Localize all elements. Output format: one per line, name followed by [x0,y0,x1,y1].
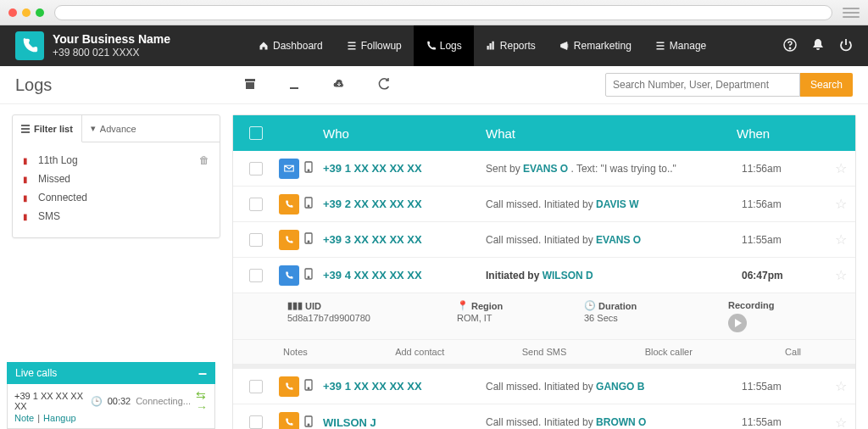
user-link[interactable]: DAVIS W [596,198,638,210]
file-icon: ▮ [23,193,35,203]
logs-table: Who What When +39 1 XX XX XX XX Sent by … [232,114,856,429]
action-add-contact[interactable]: Add contact [358,340,482,364]
nav-remarketing[interactable]: Remarketing [548,25,643,66]
detail-actions: Notes Add contact Send SMS Block caller … [233,339,855,364]
search-button[interactable]: Search [800,73,853,97]
phone-number[interactable]: WILSON J [323,416,486,429]
hamburger-icon[interactable] [843,4,860,21]
mobile-icon [304,268,313,282]
tab-filter-list[interactable]: Filter list [13,115,82,142]
star-icon[interactable]: ☆ [826,415,855,430]
table-row[interactable]: +39 4 XX XX XX XX Initiated by WILSON D … [233,258,855,293]
star-icon[interactable]: ☆ [826,160,855,176]
phone-number[interactable]: +39 2 XX XX XX XX [323,198,486,210]
star-icon[interactable]: ☆ [826,196,855,212]
action-send-sms[interactable]: Send SMS [482,340,607,364]
download-icon[interactable] [288,78,300,92]
window-controls [8,8,44,17]
row-what: Call missed. Initiated by DAVIS W [486,198,742,210]
archive-icon[interactable] [244,78,256,92]
url-bar[interactable] [54,5,832,20]
svg-rect-1 [489,43,491,50]
table-row[interactable]: +39 3 XX XX XX XX Call missed. Initiated… [233,222,855,258]
search-input[interactable] [605,73,800,97]
phone-number[interactable]: +39 1 XX XX XX XX [323,162,486,175]
action-block-caller[interactable]: Block caller [606,340,731,364]
svg-point-21 [308,424,309,426]
row-what: Initiated by WILSON D [486,270,742,281]
phone-number[interactable]: +39 4 XX XX XX XX [323,269,486,281]
power-icon[interactable] [839,38,853,54]
live-note-link[interactable]: Note [14,413,34,423]
phone-number[interactable]: +39 1 XX XX XX XX [323,380,486,393]
uid-label: UID [305,301,321,311]
clock-icon: 🕒 [584,300,596,311]
tab-advance-label: Advance [100,124,136,134]
filter-item-missed[interactable]: ▮ Missed [23,170,209,188]
row-what: Call missed. Initiated by EVANS O [486,234,742,246]
region-label: Region [471,301,503,311]
nav-remarketing-label: Remarketing [574,40,632,52]
tab-advance[interactable]: ▾ Advance [82,115,220,142]
bell-icon[interactable] [812,38,824,54]
user-link[interactable]: GANGO B [596,381,644,393]
row-time: 11:55am [742,234,826,246]
row-what: Call missed. Initiated by GANGO B [486,381,742,393]
business-name: Your Business Name [53,32,170,47]
svg-point-4 [789,47,790,48]
row-checkbox[interactable] [249,162,263,176]
minimize-window-icon[interactable] [22,8,31,17]
user-link[interactable]: WILSON D [542,270,593,281]
trash-icon[interactable]: 🗑 [199,154,209,166]
minimize-icon[interactable]: – [198,365,207,382]
star-icon[interactable]: ☆ [826,231,855,248]
recording-label: Recording [728,300,774,310]
row-time: 11:55am [742,416,826,428]
table-row[interactable]: +39 2 XX XX XX XX Call missed. Initiated… [233,187,855,222]
live-call-timer: 00:32 [108,396,131,406]
help-icon[interactable] [783,38,797,54]
user-link[interactable]: EVANS O [523,163,568,175]
transfer-icon[interactable]: ⇆→ [196,389,208,413]
nav-dashboard[interactable]: Dashboard [247,25,335,66]
nav-reports-label: Reports [500,40,536,52]
live-calls-title: Live calls [15,367,57,379]
filter-panel: Filter list ▾ Advance ▮ 11th Log 🗑 ▮ Mis… [12,114,220,238]
nav-logs[interactable]: Logs [414,25,474,66]
row-checkbox[interactable] [249,198,263,211]
select-all-checkbox[interactable] [249,126,263,140]
row-checkbox[interactable] [249,380,263,393]
phone-number[interactable]: +39 3 XX XX XX XX [323,233,486,246]
col-who: Who [279,126,486,141]
row-time: 11:55am [742,381,826,393]
row-checkbox[interactable] [249,415,263,429]
action-notes[interactable]: Notes [233,340,358,364]
play-button[interactable] [728,314,747,332]
live-hangup-link[interactable]: Hangup [43,413,76,423]
user-link[interactable]: BROWN O [596,416,646,428]
cloud-download-icon[interactable] [332,78,346,92]
table-row[interactable]: +39 1 XX XX XX XX Call missed. Initiated… [233,369,855,404]
star-icon[interactable]: ☆ [826,378,855,394]
nav-followup[interactable]: Followup [335,25,414,66]
row-checkbox[interactable] [249,233,263,247]
live-call-number: +39 1 XX XX XX XX [14,391,86,411]
refresh-icon[interactable] [378,78,390,92]
maximize-window-icon[interactable] [36,8,44,17]
table-row[interactable]: +39 1 XX XX XX XX Sent by EVANS O . Text… [233,151,855,187]
filter-label: SMS [38,210,60,222]
filter-item-sms[interactable]: ▮ SMS [23,207,209,226]
star-icon[interactable]: ☆ [826,267,855,283]
row-checkbox[interactable] [249,269,263,282]
action-call[interactable]: Call [731,340,855,364]
close-window-icon[interactable] [8,8,17,17]
filter-item-11th-log[interactable]: ▮ 11th Log 🗑 [23,151,209,170]
logo-phone-icon[interactable] [15,31,44,60]
nav-reports[interactable]: Reports [474,25,548,66]
table-row[interactable]: WILSON J Call missed. Initiated by BROWN… [233,404,855,429]
svg-rect-8 [21,128,30,130]
nav-manage[interactable]: Manage [643,25,718,66]
live-calls-header[interactable]: Live calls – [7,362,215,384]
user-link[interactable]: EVANS O [596,234,641,246]
filter-item-connected[interactable]: ▮ Connected [23,188,209,207]
